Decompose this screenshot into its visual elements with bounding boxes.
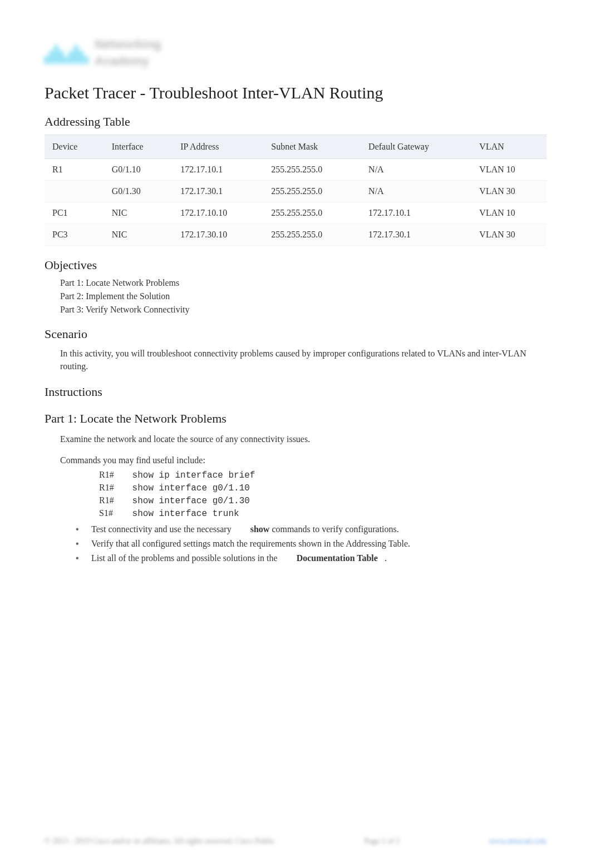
cell-gw: 172.17.30.1 bbox=[361, 224, 471, 246]
col-gateway: Default Gateway bbox=[361, 135, 471, 159]
table-row: R1 G0/1.10 172.17.10.1 255.255.255.0 N/A… bbox=[45, 159, 546, 181]
footer-copyright: © 2013 - 2019 Cisco and/or its affiliate… bbox=[45, 837, 275, 846]
document-page: Networking Academy Packet Tracer - Troub… bbox=[0, 0, 591, 868]
bullet-pre: List all of the problems and possible so… bbox=[91, 553, 280, 563]
cmd-text: show interface trunk bbox=[132, 509, 239, 519]
commands-intro: Commands you may find useful include: bbox=[60, 454, 546, 467]
cell-vlan: VLAN 10 bbox=[471, 202, 546, 224]
bullet-keyword: Documentation Table bbox=[297, 553, 378, 563]
footer-link: www.netacad.com bbox=[489, 837, 546, 846]
footer-page-number: Page 1 of 2 bbox=[365, 837, 400, 846]
bullet-post: . bbox=[385, 553, 387, 563]
objective-item: Part 1: Locate Network Problems bbox=[60, 278, 546, 288]
table-row: G0/1.30 172.17.30.1 255.255.255.0 N/A VL… bbox=[45, 181, 546, 202]
cell-mask: 255.255.255.0 bbox=[263, 159, 361, 181]
table-row: PC3 NIC 172.17.30.10 255.255.255.0 172.1… bbox=[45, 224, 546, 246]
bullet-icon: • bbox=[76, 524, 81, 534]
bullet-item: • List all of the problems and possible … bbox=[76, 553, 546, 563]
bullet-text: Verify that all configured settings matc… bbox=[91, 539, 410, 549]
cmd-prompt: R1# bbox=[99, 483, 127, 493]
bullet-text: Test connectivity and use the necessary … bbox=[91, 524, 399, 534]
cell-ip: 172.17.30.10 bbox=[173, 224, 263, 246]
cell-interface: NIC bbox=[104, 202, 173, 224]
cell-vlan: VLAN 30 bbox=[471, 181, 546, 202]
cmd-prompt: S1# bbox=[99, 508, 127, 518]
cell-vlan: VLAN 10 bbox=[471, 159, 546, 181]
part1-body: Examine the network and locate the sourc… bbox=[60, 433, 546, 563]
scenario-body: In this activity, you will troubleshoot … bbox=[60, 347, 546, 373]
cell-interface: NIC bbox=[104, 224, 173, 246]
cmd-prompt: R1# bbox=[99, 495, 127, 505]
cell-mask: 255.255.255.0 bbox=[263, 224, 361, 246]
cell-interface: G0/1.10 bbox=[104, 159, 173, 181]
addressing-table-heading: Addressing Table bbox=[45, 115, 546, 129]
brand-logo: Networking Academy bbox=[45, 33, 211, 72]
cell-device: PC3 bbox=[45, 224, 104, 246]
col-interface: Interface bbox=[104, 135, 173, 159]
bullet-text: List all of the problems and possible so… bbox=[91, 553, 387, 563]
logo-text: Networking Academy bbox=[95, 37, 161, 68]
bullet-pre: Verify that all configured settings matc… bbox=[91, 539, 410, 548]
table-row: PC1 NIC 172.17.10.10 255.255.255.0 172.1… bbox=[45, 202, 546, 224]
bullet-item: • Test connectivity and use the necessar… bbox=[76, 524, 546, 534]
document-title: Packet Tracer - Troubleshoot Inter-VLAN … bbox=[45, 83, 546, 102]
cell-vlan: VLAN 30 bbox=[471, 224, 546, 246]
command-line: S1# show interface trunk bbox=[99, 508, 546, 519]
logo-line-1: Networking bbox=[95, 37, 161, 52]
cell-gw: N/A bbox=[361, 159, 471, 181]
cell-interface: G0/1.30 bbox=[104, 181, 173, 202]
cell-ip: 172.17.10.10 bbox=[173, 202, 263, 224]
cell-device: PC1 bbox=[45, 202, 104, 224]
cell-ip: 172.17.10.1 bbox=[173, 159, 263, 181]
objectives-list: Part 1: Locate Network Problems Part 2: … bbox=[60, 278, 546, 315]
cell-gw: 172.17.10.1 bbox=[361, 202, 471, 224]
objective-item: Part 3: Verify Network Connectivity bbox=[60, 305, 546, 315]
cell-device bbox=[45, 181, 104, 202]
instructions-heading: Instructions bbox=[45, 385, 546, 399]
bullet-icon: • bbox=[76, 539, 81, 549]
bullet-keyword: show bbox=[250, 524, 270, 534]
part1-heading: Part 1: Locate the Network Problems bbox=[45, 411, 546, 426]
objectives-heading: Objectives bbox=[45, 258, 546, 272]
table-header-row: Device Interface IP Address Subnet Mask … bbox=[45, 135, 546, 159]
command-line: R1# show ip interface brief bbox=[99, 470, 546, 480]
command-line: R1# show interface g0/1.30 bbox=[99, 495, 546, 506]
col-ip: IP Address bbox=[173, 135, 263, 159]
bullet-post: commands to verify configurations. bbox=[269, 524, 398, 534]
cell-mask: 255.255.255.0 bbox=[263, 202, 361, 224]
page-footer: © 2013 - 2019 Cisco and/or its affiliate… bbox=[45, 837, 546, 846]
cell-mask: 255.255.255.0 bbox=[263, 181, 361, 202]
command-line: R1# show interface g0/1.10 bbox=[99, 483, 546, 493]
cell-gw: N/A bbox=[361, 181, 471, 202]
bullet-icon: • bbox=[76, 553, 81, 563]
col-vlan: VLAN bbox=[471, 135, 546, 159]
scenario-heading: Scenario bbox=[45, 327, 546, 341]
cmd-text: show interface g0/1.30 bbox=[132, 496, 250, 506]
bullet-item: • Verify that all configured settings ma… bbox=[76, 539, 546, 549]
col-mask: Subnet Mask bbox=[263, 135, 361, 159]
command-block: R1# show ip interface brief R1# show int… bbox=[99, 470, 546, 519]
cmd-text: show ip interface brief bbox=[132, 470, 255, 480]
part1-intro: Examine the network and locate the sourc… bbox=[60, 433, 546, 445]
objective-item: Part 2: Implement the Solution bbox=[60, 291, 546, 301]
cell-device: R1 bbox=[45, 159, 104, 181]
col-device: Device bbox=[45, 135, 104, 159]
cell-ip: 172.17.30.1 bbox=[173, 181, 263, 202]
addressing-table: Device Interface IP Address Subnet Mask … bbox=[45, 135, 546, 246]
cmd-prompt: R1# bbox=[99, 470, 127, 480]
cmd-text: show interface g0/1.10 bbox=[132, 483, 250, 493]
bullet-pre: Test connectivity and use the necessary bbox=[91, 524, 234, 534]
cisco-bars-icon bbox=[45, 42, 88, 64]
part1-bullets: • Test connectivity and use the necessar… bbox=[76, 524, 546, 563]
logo-line-2: Academy bbox=[95, 54, 161, 68]
scenario-text: In this activity, you will troubleshoot … bbox=[60, 347, 546, 373]
